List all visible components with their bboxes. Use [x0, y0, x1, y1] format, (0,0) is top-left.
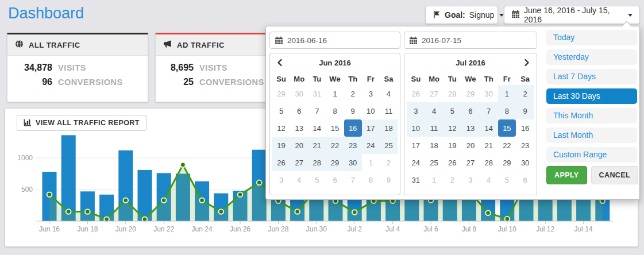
calendar-day[interactable]: 10: [362, 102, 380, 119]
calendar-day[interactable]: 19: [443, 137, 461, 154]
calendar-day[interactable]: 3: [362, 85, 380, 102]
preset-today[interactable]: Today: [546, 30, 637, 45]
calendar-day[interactable]: 16: [516, 119, 534, 137]
goal-dropdown-button[interactable]: Goal: Signup: [425, 6, 498, 24]
calendar-day[interactable]: 2: [380, 154, 398, 171]
calendar-day[interactable]: 20: [461, 137, 480, 154]
start-date-input[interactable]: [287, 33, 398, 48]
calendar-day[interactable]: 3: [461, 171, 480, 188]
calendar-day[interactable]: 15: [498, 119, 516, 137]
calendar-day[interactable]: 5: [308, 171, 326, 188]
calendar-day[interactable]: 12: [443, 119, 461, 137]
date-range-button[interactable]: June 16, 2016 - July 15, 2016: [504, 6, 640, 24]
calendar-day[interactable]: 2: [443, 171, 461, 188]
calendar-day[interactable]: 27: [425, 85, 444, 102]
calendar-day[interactable]: 26: [407, 85, 425, 102]
calendar-day[interactable]: 9: [380, 171, 398, 188]
calendar-day[interactable]: 8: [362, 171, 380, 188]
calendar-day[interactable]: 1: [498, 85, 516, 102]
calendar-day[interactable]: 1: [362, 154, 380, 171]
calendar-day[interactable]: 29: [272, 85, 290, 102]
calendar-day[interactable]: 31: [308, 85, 326, 102]
calendar-day[interactable]: 9: [516, 102, 534, 119]
calendar-day[interactable]: 31: [407, 171, 425, 188]
calendar-day[interactable]: 6: [516, 171, 534, 188]
calendar-day[interactable]: 8: [498, 102, 516, 119]
calendar-day[interactable]: 25: [425, 154, 444, 171]
calendar-day[interactable]: 10: [407, 119, 425, 137]
calendar-day[interactable]: 7: [308, 102, 326, 119]
calendar-day[interactable]: 6: [461, 102, 480, 119]
calendar-day[interactable]: 22: [498, 137, 516, 154]
calendar-day[interactable]: 5: [498, 171, 516, 188]
calendar-day[interactable]: 5: [272, 102, 290, 119]
calendar-day[interactable]: 13: [461, 119, 480, 137]
chevron-right-icon[interactable]: [520, 57, 533, 70]
calendar-day[interactable]: 27: [461, 154, 480, 171]
calendar-day[interactable]: 3: [407, 102, 425, 119]
calendar-day[interactable]: 6: [326, 171, 344, 188]
end-date-input[interactable]: [422, 33, 534, 48]
preset-last-month[interactable]: Last Month: [546, 128, 637, 143]
calendar-day[interactable]: 17: [362, 119, 380, 137]
preset-this-month[interactable]: This Month: [546, 108, 637, 123]
calendar-day[interactable]: 18: [380, 119, 398, 137]
calendar-day[interactable]: 18: [425, 137, 444, 154]
calendar-day[interactable]: 11: [380, 102, 398, 119]
calendar-day[interactable]: 6: [290, 102, 308, 119]
calendar-day[interactable]: 13: [290, 119, 308, 137]
calendar-day[interactable]: 30: [516, 154, 534, 171]
calendar-day[interactable]: 15: [326, 119, 344, 137]
calendar-day[interactable]: 21: [308, 137, 326, 154]
calendar-day[interactable]: 7: [344, 171, 362, 188]
calendar-day[interactable]: 23: [344, 137, 362, 154]
calendar-day[interactable]: 9: [344, 102, 362, 119]
calendar-day[interactable]: 4: [380, 85, 398, 102]
calendar-day[interactable]: 24: [362, 137, 380, 154]
calendar-day[interactable]: 30: [480, 85, 498, 102]
calendar-day[interactable]: 28: [308, 154, 326, 171]
calendar-day[interactable]: 29: [498, 154, 516, 171]
calendar-day[interactable]: 4: [480, 171, 498, 188]
calendar-day[interactable]: 30: [290, 85, 308, 102]
calendar-day[interactable]: 23: [516, 137, 534, 154]
calendar-day[interactable]: 2: [344, 85, 362, 102]
calendar-day[interactable]: 27: [290, 154, 308, 171]
calendar-day[interactable]: 21: [480, 137, 498, 154]
calendar-day[interactable]: 1: [326, 85, 344, 102]
cancel-button[interactable]: CANCEL: [591, 166, 638, 184]
calendar-day[interactable]: 24: [407, 154, 425, 171]
calendar-day[interactable]: 22: [326, 137, 344, 154]
calendar-day[interactable]: 29: [326, 154, 344, 171]
calendar-day[interactable]: 26: [272, 154, 290, 171]
view-all-traffic-report-button[interactable]: VIEW ALL TRAFFIC REPORT: [17, 115, 146, 131]
chevron-left-icon[interactable]: [273, 57, 286, 70]
calendar-day[interactable]: 8: [326, 102, 344, 119]
preset-yesterday[interactable]: Yesterday: [546, 49, 637, 65]
calendar-day[interactable]: 30: [344, 154, 362, 171]
calendar-day[interactable]: 19: [272, 137, 290, 154]
calendar-day[interactable]: 14: [480, 119, 498, 137]
calendar-day[interactable]: 4: [425, 102, 444, 119]
calendar-day[interactable]: 28: [480, 154, 498, 171]
calendar-day[interactable]: 4: [290, 171, 308, 188]
calendar-day[interactable]: 14: [308, 119, 326, 137]
calendar-day[interactable]: 12: [272, 119, 290, 137]
preset-last-30-days[interactable]: Last 30 Days: [546, 88, 637, 104]
calendar-day[interactable]: 26: [443, 154, 461, 171]
calendar-day[interactable]: 29: [461, 85, 480, 102]
calendar-day[interactable]: 2: [516, 85, 534, 102]
apply-button[interactable]: APPLY: [546, 166, 587, 184]
calendar-day[interactable]: 11: [425, 119, 444, 137]
calendar-day[interactable]: 25: [380, 137, 398, 154]
calendar-day[interactable]: 17: [407, 137, 425, 154]
calendar-day[interactable]: 1: [425, 171, 444, 188]
calendar-day[interactable]: 20: [290, 137, 308, 154]
calendar-day[interactable]: 3: [272, 171, 290, 188]
calendar-day[interactable]: 7: [480, 102, 498, 119]
preset-last-7-days[interactable]: Last 7 Days: [546, 69, 637, 84]
calendar-day[interactable]: 28: [443, 85, 461, 102]
calendar-day[interactable]: 5: [443, 102, 461, 119]
preset-custom-range[interactable]: Custom Range: [546, 147, 637, 163]
calendar-day[interactable]: 16: [344, 119, 362, 137]
